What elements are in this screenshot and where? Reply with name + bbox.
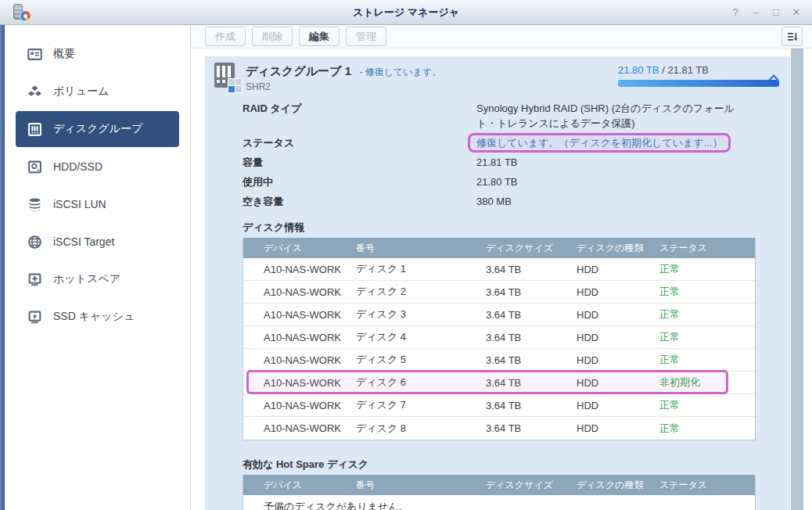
window-title: ストレージ マネージャ	[0, 5, 812, 20]
disk-group-icon	[27, 121, 42, 137]
disk-group-details: RAID タイプ Synology Hybrid RAID (SHR) (2台の…	[214, 99, 781, 211]
detail-row-raid-type: RAID タイプ Synology Hybrid RAID (SHR) (2台の…	[214, 99, 781, 133]
detail-row-capacity: 容量 21.81 TB	[214, 153, 781, 172]
create-button[interactable]: 作成	[205, 27, 246, 46]
storage-manager-window: ストレージ マネージャ ? – □ ✕ 概要 ボリューム	[0, 0, 812, 510]
usage-used-value: 21.80 TB	[618, 64, 659, 76]
usage-bar	[618, 80, 779, 87]
disk-row-7[interactable]: A10-NAS-WORKディスク 73.64 TBHDD正常	[243, 394, 755, 417]
hot-spare-empty-message: 予備のディスクがありません。	[243, 495, 755, 510]
status-annotation-box: 修復しています。（ディスクを初期化しています...）	[468, 133, 731, 153]
overview-icon	[27, 46, 42, 62]
hot-spare-table: デバイス 番号 ディスクサイズ ディスクの種類 ステータス 予備のディスクがあり…	[243, 475, 756, 510]
usage-separator: /	[659, 64, 668, 76]
sort-button[interactable]	[781, 27, 803, 46]
disk-status: 正常	[659, 422, 755, 436]
sidebar-item-hot-spare[interactable]: ホットスペア	[16, 261, 179, 297]
manage-button[interactable]: 管理	[346, 27, 386, 46]
hdd-ssd-icon	[27, 159, 42, 174]
usage-block: 21.80 TB / 21.81 TB	[618, 64, 779, 87]
sidebar-item-hdd-ssd[interactable]: HDD/SSD	[16, 149, 179, 185]
usage-bar-fill	[618, 80, 779, 87]
disk-info-table: デバイス 番号 ディスクサイズ ディスクの種類 ステータス A10-NAS-WO…	[243, 238, 756, 440]
sidebar-item-volume[interactable]: ボリューム	[16, 74, 179, 110]
sidebar-item-disk-group[interactable]: ディスクグループ	[16, 111, 179, 147]
disk-status: 正常	[659, 398, 755, 412]
sidebar: 概要 ボリューム ディスクグループ HDD/SSD	[5, 25, 191, 510]
sidebar-item-iscsi-lun[interactable]: iSCSI LUN	[16, 186, 179, 222]
disk-row-8[interactable]: A10-NAS-WORKディスク 83.64 TBHDD正常	[243, 417, 755, 440]
collapse-chevron-up-icon[interactable]	[768, 74, 779, 81]
disk-group-header[interactable]: ディスクグループ 1 - 修復しています。 SHR2 21.80 TB / 21…	[214, 61, 781, 95]
hot-spare-table-header: デバイス 番号 ディスクサイズ ディスクの種類 ステータス	[243, 475, 755, 495]
disk-status: 正常	[659, 307, 755, 321]
ssd-cache-icon	[27, 309, 42, 325]
disk-group-title: ディスクグループ 1	[246, 64, 351, 77]
disk-status: 正常	[659, 330, 755, 344]
delete-button[interactable]: 削除	[252, 27, 293, 46]
disk-status: 正常	[659, 285, 755, 299]
disk-status: 非初期化	[659, 375, 755, 390]
hot-spare-section-title: 有効な Hot Spare ディスク	[243, 458, 781, 472]
disk-group-panel-icon	[214, 63, 238, 91]
sidebar-item-overview[interactable]: 概要	[16, 36, 179, 72]
disk-status: 正常	[659, 353, 755, 367]
detail-row-status: ステータス 修復しています。（ディスクを初期化しています...）	[214, 133, 781, 153]
disk-table-header: デバイス 番号 ディスクサイズ ディスクの種類 ステータス	[243, 238, 755, 258]
hot-spare-icon	[27, 271, 42, 287]
close-button[interactable]: ✕	[790, 6, 803, 19]
disk-status: 正常	[659, 262, 755, 276]
content-area: 作成 削除 編集 管理 ディスクグループ 1	[191, 25, 812, 510]
detail-row-used: 使用中 21.80 TB	[214, 172, 781, 192]
iscsi-lun-icon	[27, 196, 42, 212]
disk-row-3[interactable]: A10-NAS-WORKディスク 33.64 TBHDD正常	[243, 303, 755, 326]
title-bar: ストレージ マネージャ ? – □ ✕	[0, 0, 812, 25]
edit-button[interactable]: 編集	[299, 27, 340, 46]
disk-row-4[interactable]: A10-NAS-WORKディスク 43.64 TBHDD正常	[243, 326, 755, 349]
toolbar: 作成 削除 編集 管理	[191, 25, 812, 48]
raid-level-label: SHR2	[246, 81, 441, 92]
disk-row-1[interactable]: A10-NAS-WORKディスク 13.64 TBHDD正常	[243, 258, 755, 281]
disk-group-panel: ディスクグループ 1 - 修復しています。 SHR2 21.80 TB / 21…	[205, 56, 790, 510]
detail-row-free: 空き容量 380 MB	[214, 192, 781, 211]
storage-manager-app-icon	[13, 3, 31, 22]
scrollbar-track[interactable]	[791, 48, 803, 510]
sidebar-item-ssd-cache[interactable]: SSD キャッシュ	[16, 299, 179, 335]
disk-info-section-title: ディスク情報	[243, 221, 781, 235]
help-button[interactable]: ?	[729, 6, 742, 19]
maximize-button[interactable]: □	[770, 6, 782, 19]
sidebar-item-iscsi-target[interactable]: iSCSI Target	[16, 224, 179, 260]
disk-row-2[interactable]: A10-NAS-WORKディスク 23.64 TBHDD正常	[243, 281, 755, 303]
sort-icon	[786, 31, 799, 43]
iscsi-target-icon	[27, 234, 42, 250]
minimize-button[interactable]: –	[749, 6, 762, 19]
disk-row-6[interactable]: A10-NAS-WORKディスク 63.64 TBHDD非初期化	[243, 372, 755, 394]
usage-total-value: 21.81 TB	[667, 64, 709, 76]
disk-row-5[interactable]: A10-NAS-WORKディスク 53.64 TBHDD正常	[243, 349, 755, 372]
volume-icon	[27, 84, 42, 99]
disk-group-status-suffix: - 修復しています。	[359, 66, 441, 77]
